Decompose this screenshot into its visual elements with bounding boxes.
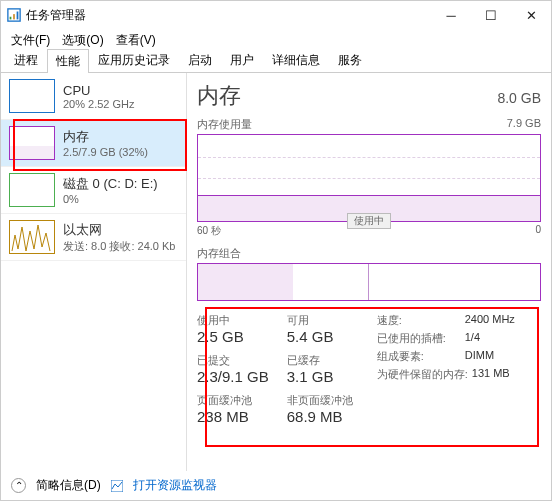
ethernet-mini-graph bbox=[9, 220, 55, 254]
composition-label: 内存组合 bbox=[197, 246, 541, 261]
stats-area: 使用中 2.5 GB 已提交 2.3/9.1 GB 页面缓冲池 238 MB 可… bbox=[197, 313, 541, 425]
sidebar-item-memory[interactable]: 内存 2.5/7.9 GB (32%) bbox=[1, 120, 186, 167]
disk-label: 磁盘 0 (C: D: E:) bbox=[63, 175, 158, 193]
tab-details[interactable]: 详细信息 bbox=[263, 48, 329, 72]
svg-rect-2 bbox=[13, 14, 15, 19]
tab-services[interactable]: 服务 bbox=[329, 48, 371, 72]
disk-sub: 0% bbox=[63, 193, 158, 205]
resource-monitor-icon bbox=[111, 480, 123, 492]
minimize-button[interactable]: ─ bbox=[431, 1, 471, 29]
cpu-sub: 20% 2.52 GHz bbox=[63, 98, 135, 110]
close-button[interactable]: ✕ bbox=[511, 1, 551, 29]
main-title: 内存 bbox=[197, 81, 241, 111]
menu-view[interactable]: 查看(V) bbox=[112, 31, 160, 50]
usage-label: 内存使用量 bbox=[197, 117, 252, 132]
stat-form: 组成要素:DIMM bbox=[377, 349, 515, 364]
brief-info-button[interactable]: 简略信息(D) bbox=[36, 477, 101, 494]
resource-monitor-link[interactable]: 打开资源监视器 bbox=[133, 477, 217, 494]
main-panel: 内存 8.0 GB 内存使用量 7.9 GB 使用中 60 秒 0 内存组合 bbox=[187, 73, 551, 471]
memory-composition-graph bbox=[197, 263, 541, 301]
ethernet-label: 以太网 bbox=[63, 221, 176, 239]
stat-nonpaged: 非页面缓冲池 68.9 MB bbox=[287, 393, 353, 425]
usage-badge: 使用中 bbox=[347, 213, 391, 229]
app-icon bbox=[7, 8, 21, 22]
axis-left: 60 秒 bbox=[197, 224, 221, 238]
usage-max: 7.9 GB bbox=[507, 117, 541, 132]
memory-usage-graph: 使用中 bbox=[197, 134, 541, 222]
cpu-mini-graph bbox=[9, 79, 55, 113]
stat-paged: 页面缓冲池 238 MB bbox=[197, 393, 269, 425]
memory-mini-graph bbox=[9, 126, 55, 160]
svg-rect-3 bbox=[17, 12, 19, 20]
tab-bar: 进程 性能 应用历史记录 启动 用户 详细信息 服务 bbox=[1, 51, 551, 73]
memory-label: 内存 bbox=[63, 128, 148, 146]
memory-sub: 2.5/7.9 GB (32%) bbox=[63, 146, 148, 158]
footer: ⌃ 简略信息(D) 打开资源监视器 bbox=[11, 477, 217, 494]
chevron-up-icon[interactable]: ⌃ bbox=[11, 478, 26, 493]
stat-slots: 已使用的插槽:1/4 bbox=[377, 331, 515, 346]
ethernet-sub: 发送: 8.0 接收: 24.0 Kb bbox=[63, 239, 176, 254]
disk-mini-graph bbox=[9, 173, 55, 207]
menu-options[interactable]: 选项(O) bbox=[58, 31, 107, 50]
window-title: 任务管理器 bbox=[26, 7, 431, 24]
menu-file[interactable]: 文件(F) bbox=[7, 31, 54, 50]
tab-users[interactable]: 用户 bbox=[221, 48, 263, 72]
sidebar-item-disk[interactable]: 磁盘 0 (C: D: E:) 0% bbox=[1, 167, 186, 214]
titlebar: 任务管理器 ─ ☐ ✕ bbox=[1, 1, 551, 29]
stat-available: 可用 5.4 GB bbox=[287, 313, 353, 345]
tab-app-history[interactable]: 应用历史记录 bbox=[89, 48, 179, 72]
maximize-button[interactable]: ☐ bbox=[471, 1, 511, 29]
stat-reserved: 为硬件保留的内存:131 MB bbox=[377, 367, 515, 382]
tab-performance[interactable]: 性能 bbox=[47, 49, 89, 73]
stat-in-use: 使用中 2.5 GB bbox=[197, 313, 269, 345]
stat-committed: 已提交 2.3/9.1 GB bbox=[197, 353, 269, 385]
sidebar-item-cpu[interactable]: CPU 20% 2.52 GHz bbox=[1, 73, 186, 120]
sidebar: CPU 20% 2.52 GHz 内存 2.5/7.9 GB (32%) 磁盘 … bbox=[1, 73, 187, 471]
sidebar-item-ethernet[interactable]: 以太网 发送: 8.0 接收: 24.0 Kb bbox=[1, 214, 186, 261]
axis-right: 0 bbox=[535, 224, 541, 238]
cpu-label: CPU bbox=[63, 83, 135, 98]
stat-cached: 已缓存 3.1 GB bbox=[287, 353, 353, 385]
svg-rect-1 bbox=[10, 17, 12, 20]
main-total: 8.0 GB bbox=[497, 90, 541, 106]
tab-startup[interactable]: 启动 bbox=[179, 48, 221, 72]
tab-processes[interactable]: 进程 bbox=[5, 48, 47, 72]
stat-speed: 速度:2400 MHz bbox=[377, 313, 515, 328]
